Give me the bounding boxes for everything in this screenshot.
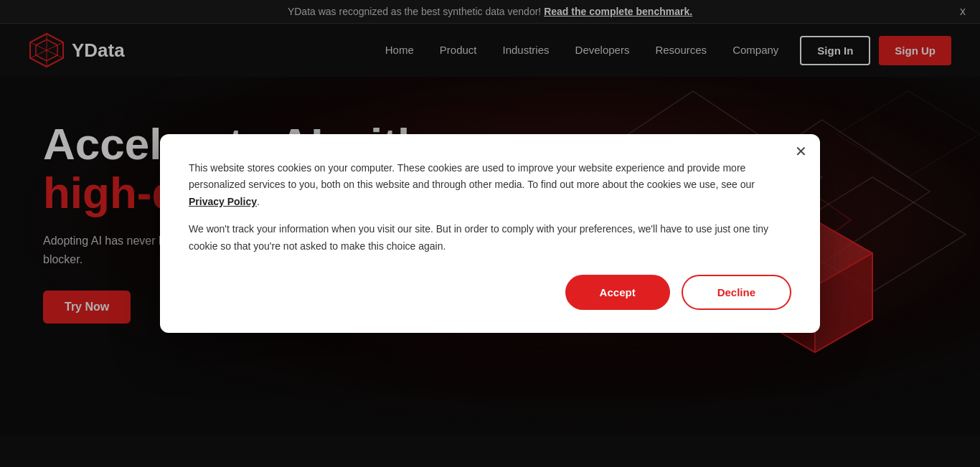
- cookie-modal: ✕ This website stores cookies on your co…: [160, 134, 820, 334]
- cookie-actions: Accept Decline: [189, 275, 791, 310]
- cookie-text-1: This website stores cookies on your comp…: [189, 160, 791, 211]
- accept-button[interactable]: Accept: [565, 275, 670, 310]
- decline-button[interactable]: Decline: [682, 275, 791, 310]
- cookie-text-2: We won't track your information when you…: [189, 221, 791, 255]
- cookie-close-button[interactable]: ✕: [795, 144, 807, 159]
- privacy-policy-link[interactable]: Privacy Policy: [189, 196, 257, 207]
- modal-overlay: ✕ This website stores cookies on your co…: [0, 0, 980, 467]
